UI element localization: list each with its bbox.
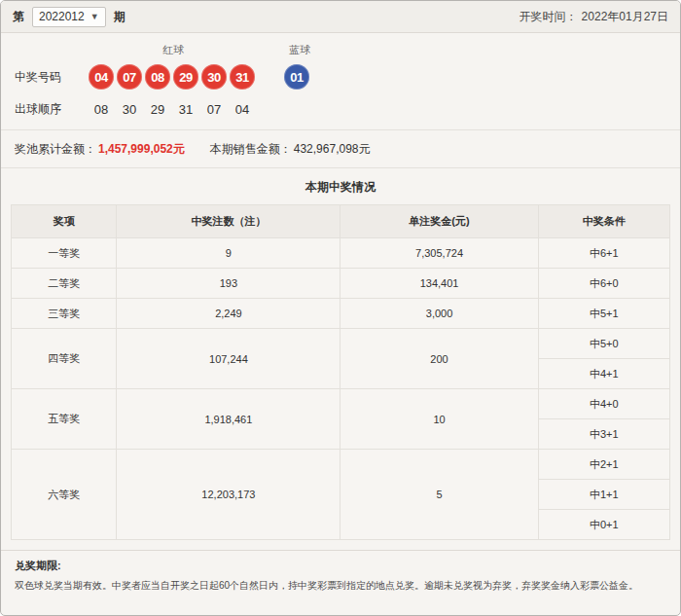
condition-cell: 中3+1 [538,419,669,450]
sales-label: 本期销售金额： [210,141,292,158]
order-number: 29 [145,102,170,117]
blue-ball-group-label: 蓝球 [287,43,312,57]
table-row: 六等奖 12,203,173 5 中2+1 [12,450,670,480]
chevron-down-icon: ▼ [90,13,99,21]
draw-time-value: 2022年01月27日 [582,10,668,23]
period-value: 2022012 [39,10,85,23]
prize-cell: 二等奖 [12,269,117,299]
topbar: 第 2022012 ▼ 期 开奖时间：2022年01月27日 [1,1,680,33]
prize-cell: 六等奖 [12,450,117,540]
amount-cell: 134,401 [340,269,538,299]
amount-cell: 3,000 [340,299,538,329]
table-row: 一等奖 9 7,305,724 中6+1 [12,238,670,269]
order-number: 08 [89,102,114,117]
order-number: 31 [173,102,198,117]
condition-cell: 中0+1 [538,510,669,540]
condition-cell: 中4+0 [538,389,669,419]
red-ball: 07 [117,64,142,90]
amount-cell: 5 [340,450,538,540]
count-cell: 1,918,461 [117,389,340,450]
condition-cell: 中6+0 [538,269,669,299]
count-cell: 2,249 [117,299,340,329]
condition-cell: 中5+0 [538,329,669,359]
red-ball-group-label: 红球 [89,43,258,57]
order-number: 04 [230,102,255,117]
numbers-section: 红球 蓝球 中奖号码 04 07 08 29 30 31 01 出球顺序 08 … [1,33,680,129]
draw-time: 开奖时间：2022年01月27日 [520,9,668,25]
red-balls: 04 07 08 29 30 31 [89,64,255,90]
winning-numbers-row: 中奖号码 04 07 08 29 30 31 01 [15,64,666,90]
header-condition: 中奖条件 [538,205,669,238]
prize-table: 奖项 中奖注数（注） 单注奖金(元) 中奖条件 一等奖 9 7,305,724 … [11,204,670,540]
amount-cell: 7,305,724 [340,238,538,269]
prize-table-title: 本期中奖情况 [11,179,670,196]
winning-numbers-label: 中奖号码 [15,69,89,86]
prize-cell: 四等奖 [12,329,117,389]
prize-table-section: 本期中奖情况 奖项 中奖注数（注） 单注奖金(元) 中奖条件 一等奖 9 7,3… [1,179,680,540]
header-amount: 单注奖金(元) [340,205,538,238]
condition-cell: 中2+1 [538,450,669,480]
draw-time-label: 开奖时间： [520,10,578,23]
table-row: 四等奖 107,244 200 中5+0 [12,329,670,359]
sales-value: 432,967,098元 [294,141,371,158]
table-header-row: 奖项 中奖注数（注） 单注奖金(元) 中奖条件 [12,205,670,238]
table-row: 二等奖 193 134,401 中6+0 [12,269,670,299]
red-ball: 30 [201,64,227,90]
prize-cell: 五等奖 [12,389,117,450]
red-ball: 08 [145,64,170,90]
draw-order-row: 出球顺序 08 30 29 31 07 04 [15,101,666,118]
ball-group-labels: 红球 蓝球 [15,43,666,57]
header-count: 中奖注数（注） [117,205,340,238]
period-prefix-label: 第 [13,9,24,25]
order-number: 07 [201,102,227,117]
amounts-row: 奖池累计金额： 1,457,999,052元 本期销售金额： 432,967,0… [1,129,680,168]
jackpot-label: 奖池累计金额： [15,141,96,158]
count-cell: 9 [117,238,340,269]
deadline-label: 兑奖期限: [15,559,666,573]
count-cell: 193 [117,269,340,299]
amount-cell: 200 [340,329,538,389]
jackpot-value: 1,457,999,052元 [98,141,185,158]
condition-cell: 中5+1 [538,299,669,329]
deadline-text: 双色球兑奖当期有效。中奖者应当自开奖之日起60个自然日内，持中奖彩票到指定的地点… [15,578,666,593]
count-cell: 107,244 [117,329,340,389]
red-ball: 04 [89,64,114,90]
blue-ball: 01 [284,64,309,90]
footer: 兑奖期限: 双色球兑奖当期有效。中奖者应当自开奖之日起60个自然日内，持中奖彩票… [1,550,680,593]
amount-cell: 10 [340,389,538,450]
period-selector-group: 第 2022012 ▼ 期 [13,7,125,27]
lottery-results-page: 第 2022012 ▼ 期 开奖时间：2022年01月27日 红球 蓝球 中奖号… [0,0,681,616]
draw-order-label: 出球顺序 [15,101,89,118]
table-row: 五等奖 1,918,461 10 中4+0 [12,389,670,419]
draw-order-numbers: 08 30 29 31 07 04 [89,102,255,117]
prize-cell: 三等奖 [12,299,117,329]
condition-cell: 中6+1 [538,238,669,269]
period-suffix-label: 期 [114,9,125,25]
order-number: 30 [117,102,142,117]
count-cell: 12,203,173 [117,450,340,540]
red-ball: 31 [230,64,255,90]
period-select[interactable]: 2022012 ▼ [32,7,106,27]
header-prize: 奖项 [12,205,117,238]
condition-cell: 中1+1 [538,480,669,510]
condition-cell: 中4+1 [538,359,669,389]
prize-cell: 一等奖 [12,238,117,269]
table-row: 三等奖 2,249 3,000 中5+1 [12,299,670,329]
red-ball: 29 [173,64,198,90]
